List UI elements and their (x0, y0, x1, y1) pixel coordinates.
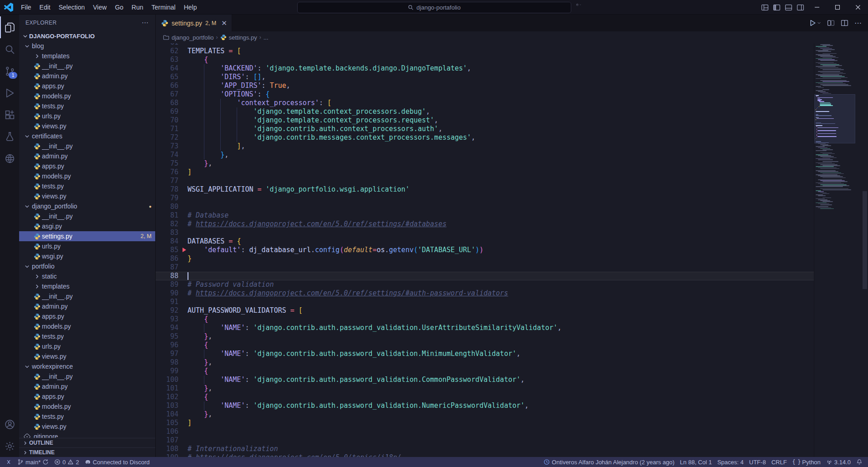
tree-file-apps.py[interactable]: apps.py (19, 161, 155, 171)
source-control-icon[interactable]: 1 (0, 60, 19, 82)
code-line-73[interactable]: 73 ], (156, 142, 814, 151)
search-sidebar-icon[interactable] (0, 38, 19, 60)
accounts-icon[interactable] (0, 413, 19, 435)
tree-file-tests.py[interactable]: tests.py (19, 411, 155, 421)
tab-close-icon[interactable]: ✕ (221, 19, 227, 27)
python-interpreter-item[interactable]: 3.14.0 (823, 457, 853, 467)
code-line-64[interactable]: 64 'BACKEND': 'django.template.backends.… (156, 64, 814, 73)
code-line-69[interactable]: 69 'django.template.context_processors.d… (156, 107, 814, 116)
menu-run[interactable]: Run (127, 2, 147, 13)
tree-file-admin.py[interactable]: admin.py (19, 381, 155, 391)
code-line-83[interactable]: 83 (156, 228, 814, 237)
tree-folder-workexpirence[interactable]: workexpirence (19, 361, 155, 371)
tree-file-wsgi.py[interactable]: wsgi.py (19, 251, 155, 261)
code-line-72[interactable]: 72 'django.contrib.messages.context_proc… (156, 133, 814, 142)
menu-edit[interactable]: Edit (36, 2, 55, 13)
tree-file-asgi.py[interactable]: asgi.py (19, 221, 155, 231)
tree-folder-templates[interactable]: templates (19, 51, 155, 61)
code-line-75[interactable]: 75 }, (156, 159, 814, 168)
tree-file-views.py[interactable]: views.py (19, 191, 155, 201)
open-changes-icon[interactable] (827, 19, 835, 27)
tree-file-__init__.py[interactable]: __init__.py (19, 291, 155, 301)
code-line-108[interactable]: 108# Internationalization (156, 445, 814, 453)
tree-file-.gitignore[interactable]: .gitignore (19, 431, 155, 438)
more-actions-icon[interactable]: ⋯ (854, 21, 862, 25)
tree-file-views.py[interactable]: views.py (19, 351, 155, 361)
menu-file[interactable]: File (17, 2, 36, 13)
code-line-68[interactable]: 68 'context_processors': [ (156, 99, 814, 107)
tree-file-__init__.py[interactable]: __init__.py (19, 371, 155, 381)
code-line-103[interactable]: 103 'NAME': 'django.contrib.auth.passwor… (156, 401, 814, 410)
tree-file-admin.py[interactable]: admin.py (19, 301, 155, 311)
tree-file-models.py[interactable]: models.py (19, 321, 155, 331)
code-line-62[interactable]: 62TEMPLATES = [ (156, 47, 814, 56)
code-line-104[interactable]: 104 }, (156, 410, 814, 419)
menu-go[interactable]: Go (111, 2, 127, 13)
tree-file-tests.py[interactable]: tests.py (19, 331, 155, 341)
tree-folder-templates[interactable]: templates (19, 281, 155, 291)
code-line-80[interactable]: 80 (156, 203, 814, 211)
explorer-icon[interactable] (0, 16, 19, 38)
menu-view[interactable]: View (89, 2, 111, 13)
tree-folder-django_portfolio[interactable]: django_portfolio● (19, 201, 155, 211)
code-line-81[interactable]: 81# Database (156, 211, 814, 220)
code-line-101[interactable]: 101 }, (156, 384, 814, 393)
tab-settings-py[interactable]: settings.py 2, M ✕ (156, 15, 232, 31)
code-line-88[interactable]: 88 (156, 272, 814, 280)
extensions-icon[interactable] (0, 104, 19, 126)
git-branch-item[interactable]: main* (15, 457, 51, 467)
code-line-107[interactable]: 107 (156, 436, 814, 445)
toggle-panel-icon[interactable] (785, 4, 792, 11)
breadcrumb-folder[interactable]: django_portfolio (172, 34, 214, 41)
code-line-90[interactable]: 90# https://docs.djangoproject.com/en/5.… (156, 289, 814, 298)
remote-indicator[interactable] (3, 457, 15, 467)
menu-terminal[interactable]: Terminal (147, 2, 180, 13)
customize-layout-icon[interactable] (761, 4, 769, 11)
code-line-78[interactable]: 78WSGI_APPLICATION = 'django_portfolio.w… (156, 185, 814, 194)
tree-file-views.py[interactable]: views.py (19, 421, 155, 431)
code-line-82[interactable]: 82# https://docs.djangoproject.com/en/5.… (156, 220, 814, 228)
outline-section[interactable]: OUTLINE (19, 438, 155, 447)
code-line-98[interactable]: 98 }, (156, 358, 814, 367)
tree-file-models.py[interactable]: models.py (19, 171, 155, 181)
code-editor[interactable]: 6162TEMPLATES = [63 {64 'BACKEND': 'djan… (156, 43, 868, 457)
code-line-106[interactable]: 106 (156, 427, 814, 436)
tree-file-urls.py[interactable]: urls.py (19, 111, 155, 121)
tree-file-tests.py[interactable]: tests.py (19, 181, 155, 191)
tree-file-__init__.py[interactable]: __init__.py (19, 141, 155, 151)
tree-file-apps.py[interactable]: apps.py (19, 81, 155, 91)
menu-selection[interactable]: Selection (55, 2, 89, 13)
tree-file-admin.py[interactable]: admin.py (19, 71, 155, 81)
minimap-viewport[interactable] (814, 94, 855, 143)
code-line-96[interactable]: 96 { (156, 341, 814, 350)
tree-folder-blog[interactable]: blog (19, 41, 155, 51)
maximize-button[interactable] (827, 0, 848, 15)
code-line-65[interactable]: 65 'DIRS': [], (156, 73, 814, 81)
code-line-71[interactable]: 71 'django.contrib.auth.context_processo… (156, 125, 814, 133)
close-window-button[interactable] (848, 0, 868, 15)
vertical-scrollbar[interactable] (862, 43, 868, 457)
code-line-85[interactable]: 85 'default': dj_database_url.config(def… (156, 246, 814, 254)
toggle-primary-sidebar-icon[interactable] (773, 4, 781, 11)
run-python-file-button[interactable] (809, 19, 821, 27)
code-line-102[interactable]: 102 { (156, 393, 814, 401)
code-line-109[interactable]: 109# https://docs.djangoproject.com/en/5… (156, 453, 814, 457)
cursor-position-item[interactable]: Ln 88, Col 1 (677, 457, 715, 467)
tree-file-__init__.py[interactable]: __init__.py (19, 211, 155, 221)
notifications-bell-icon[interactable] (853, 457, 865, 467)
code-line-95[interactable]: 95 }, (156, 332, 814, 341)
tree-file-apps.py[interactable]: apps.py (19, 311, 155, 321)
tree-file-__init__.py[interactable]: __init__.py (19, 61, 155, 71)
testing-icon[interactable] (0, 126, 19, 147)
minimize-button[interactable] (807, 0, 827, 15)
code-line-86[interactable]: 86} (156, 254, 814, 263)
git-blame-item[interactable]: Ontiveros Alfaro Johán Alejandro (2 year… (541, 457, 677, 467)
code-line-93[interactable]: 93 { (156, 315, 814, 324)
tree-file-settings.py[interactable]: settings.py2, M (19, 231, 155, 241)
tree-folder-static[interactable]: static (19, 271, 155, 281)
code-line-67[interactable]: 67 'OPTIONS': { (156, 90, 814, 99)
breadcrumb-symbol[interactable]: ... (264, 34, 269, 41)
code-line-79[interactable]: 79 (156, 194, 814, 203)
code-line-105[interactable]: 105] (156, 419, 814, 427)
tree-file-urls.py[interactable]: urls.py (19, 341, 155, 351)
